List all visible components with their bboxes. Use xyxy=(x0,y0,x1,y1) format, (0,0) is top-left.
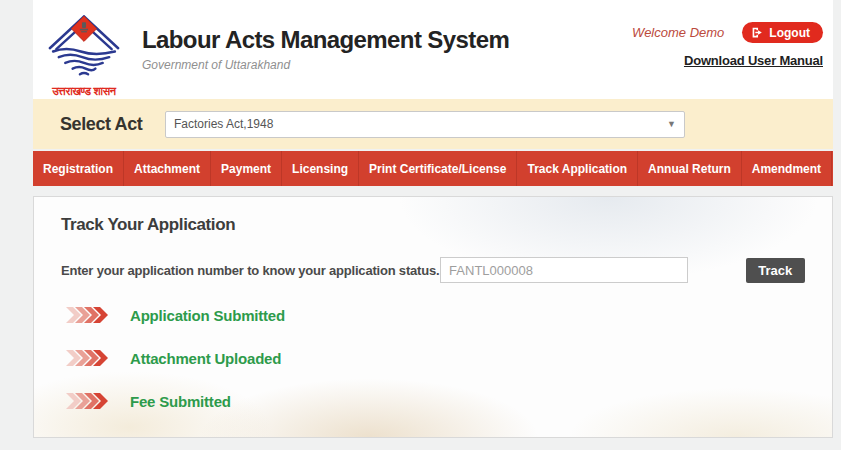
panel-title: Track Your Application xyxy=(61,215,805,235)
title-block: Labour Acts Management System Government… xyxy=(142,10,632,72)
triple-chevron-icon xyxy=(66,393,108,409)
welcome-user-text: Welcome Demo xyxy=(632,25,724,40)
select-act-selected-value: Factories Act,1948 xyxy=(174,117,273,131)
app-title: Labour Acts Management System xyxy=(142,26,632,54)
nav-item-registration[interactable]: Registration xyxy=(33,151,124,186)
status-row: Application Submitted xyxy=(61,303,805,327)
app-subtitle: Government of Uttarakhand xyxy=(142,58,632,72)
nav-item-attachment[interactable]: Attachment xyxy=(124,151,211,186)
select-act-label: Select Act xyxy=(60,114,165,135)
chevron-down-icon: ▼ xyxy=(667,119,676,129)
page: उत्तराखण्ड शासन Labour Acts Management S… xyxy=(33,0,833,438)
nav-item-licensing[interactable]: Licensing xyxy=(282,151,359,186)
application-number-input[interactable] xyxy=(440,257,687,283)
track-instruction-label: Enter your application number to know yo… xyxy=(61,263,440,278)
select-act-bar: Select Act Factories Act,1948 ▼ xyxy=(33,99,833,149)
status-label: Attachment Uploaded xyxy=(130,350,281,367)
status-row: Fee Submitted xyxy=(61,389,805,413)
nav-item-print-certificate[interactable]: Print Certificate/License xyxy=(359,151,517,186)
nav-item-annual-return[interactable]: Annual Return xyxy=(638,151,742,186)
status-list: Application Submitted Attachment Uploade… xyxy=(61,303,805,413)
triple-chevron-icon xyxy=(66,350,108,366)
track-application-panel: Track Your Application Enter your applic… xyxy=(33,196,833,438)
nav-item-track-application[interactable]: Track Application xyxy=(517,151,638,186)
track-button[interactable]: Track xyxy=(746,258,806,283)
nav-item-view-application[interactable]: View Application xyxy=(832,151,841,186)
download-user-manual-link[interactable]: Download User Manual xyxy=(684,53,823,68)
status-label: Fee Submitted xyxy=(130,393,231,410)
main-nav: Registration Attachment Payment Licensin… xyxy=(33,151,833,186)
header: उत्तराखण्ड शासन Labour Acts Management S… xyxy=(33,0,833,99)
status-label: Application Submitted xyxy=(130,307,285,324)
logout-exit-icon xyxy=(751,26,764,39)
status-row: Attachment Uploaded xyxy=(61,346,805,370)
track-form: Enter your application number to know yo… xyxy=(61,257,805,283)
triple-chevron-icon xyxy=(66,307,108,323)
logout-button[interactable]: Logout xyxy=(742,22,823,43)
header-right: Welcome Demo Logout Download User Manual xyxy=(632,10,823,69)
uttarakhand-emblem-icon xyxy=(43,10,125,80)
select-act-dropdown[interactable]: Factories Act,1948 ▼ xyxy=(165,111,685,138)
uttarakhand-emblem-logo: उत्तराखण्ड शासन xyxy=(40,10,128,98)
nav-item-payment[interactable]: Payment xyxy=(211,151,282,186)
nav-item-amendment[interactable]: Amendment xyxy=(742,151,832,186)
logo-caption: उत्तराखण्ड शासन xyxy=(40,85,128,98)
logout-label: Logout xyxy=(769,26,810,40)
